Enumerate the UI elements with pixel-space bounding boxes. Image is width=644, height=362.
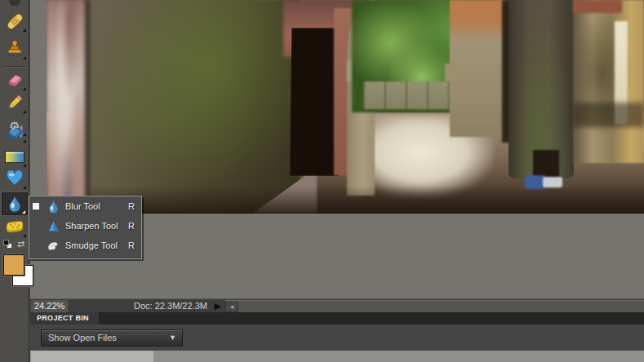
photo-corbel-mid <box>445 64 458 82</box>
menu-item-smudge-tool[interactable]: Smudge Tool R <box>29 236 141 255</box>
sharpen-triangle-icon <box>46 219 60 233</box>
active-tool-indicator <box>33 203 39 210</box>
photo-mid-pillar <box>450 0 505 137</box>
photo-right-shadow <box>573 103 644 127</box>
custom-shape-tool[interactable] <box>2 167 28 190</box>
blur-tool[interactable] <box>2 192 28 215</box>
clone-stamp-tool[interactable] <box>2 38 28 60</box>
paint-bucket-icon <box>5 124 24 142</box>
healing-brush-tool[interactable] <box>2 10 28 33</box>
toolbox: ⚙ <box>0 0 29 362</box>
sponge-icon <box>5 219 24 234</box>
eraser-tool[interactable] <box>2 68 28 91</box>
paint-bucket-tool[interactable] <box>2 122 28 143</box>
menu-item-label: Sharpen Tool <box>65 221 118 231</box>
project-bin-thumbnail-strip <box>30 351 644 362</box>
menu-item-sharpen-tool[interactable]: Sharpen Tool R <box>29 216 141 236</box>
smudge-finger-icon <box>46 238 60 253</box>
project-bin-panel: Show Open Files ▼ <box>30 324 644 351</box>
play-triangle-icon[interactable]: ▶ <box>211 300 224 312</box>
partial-tool-icon[interactable] <box>9 0 20 6</box>
default-colors-icon[interactable] <box>3 240 14 249</box>
gradient-tool[interactable] <box>2 145 28 168</box>
sponge-tool[interactable] <box>2 215 28 238</box>
menu-item-label: Blur Tool <box>65 201 100 211</box>
photo-mossy-wall <box>78 0 300 214</box>
gradient-icon <box>5 151 24 163</box>
foreground-color-swatch[interactable] <box>3 254 24 276</box>
menu-item-label: Smudge Tool <box>65 241 118 250</box>
heart-icon <box>6 170 24 187</box>
water-drop-icon <box>8 196 21 212</box>
toolbar-divider <box>2 66 27 67</box>
bandaid-icon <box>5 11 24 31</box>
photo-right-pillars <box>573 0 644 163</box>
project-bin-tab-row: PROJECT BIN <box>30 312 644 324</box>
chevron-down-icon: ▼ <box>169 330 176 346</box>
blur-drop-icon <box>46 199 60 214</box>
pencil-icon <box>6 94 24 112</box>
photo-pillar-hole <box>533 150 559 179</box>
project-bin-tab[interactable]: PROJECT BIN <box>30 312 99 324</box>
show-open-files-dropdown[interactable]: Show Open Files ▼ <box>41 329 183 347</box>
blur-tool-flyout-menu: Blur Tool R Sharpen Tool R Smudge Tool R <box>29 196 142 259</box>
scroll-left-arrow-icon[interactable]: ◄ <box>225 302 238 312</box>
eraser-icon <box>6 71 24 89</box>
swap-colors-icon[interactable]: ⇄ <box>17 239 24 249</box>
photo-right-red-band <box>573 0 622 13</box>
zoom-level-field[interactable]: 24.22% <box>31 300 69 312</box>
menu-item-shortcut: R <box>128 221 135 231</box>
status-bar: 24.22% Doc: 22.3M/22.3M ▶ ◄ <box>30 298 644 312</box>
photo-dark-doorway <box>290 28 340 176</box>
photo-blurry-foreground-pillar <box>47 0 85 214</box>
open-file-thumbnail-slot[interactable] <box>31 351 153 362</box>
menu-item-blur-tool[interactable]: Blur Tool R <box>29 196 141 216</box>
pencil-tool[interactable] <box>2 91 28 114</box>
dropdown-value: Show Open Files <box>48 333 117 342</box>
stamp-icon <box>6 40 24 58</box>
menu-item-shortcut: R <box>128 241 135 250</box>
menu-item-shortcut: R <box>128 201 135 211</box>
canvas-photo[interactable] <box>47 0 644 214</box>
horizontal-scrollbar[interactable]: ◄ <box>225 300 644 312</box>
app-window: ⚙ <box>0 0 644 362</box>
